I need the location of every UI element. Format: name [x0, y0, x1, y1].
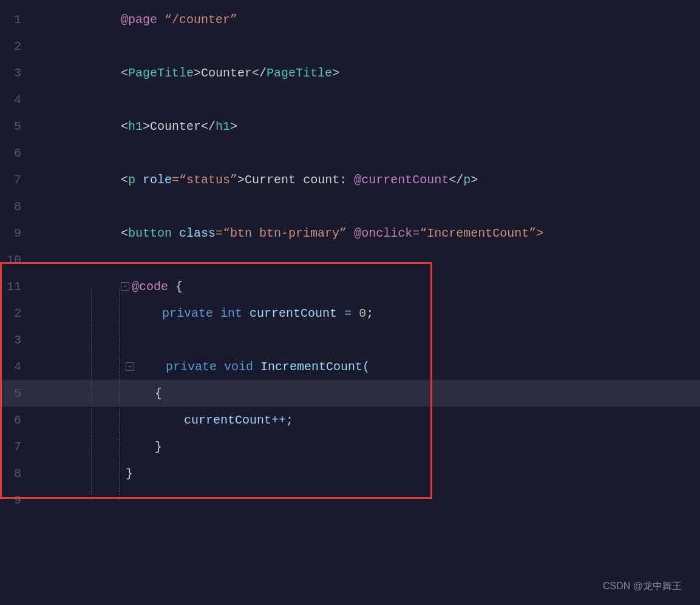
code-line-12: 2 private int currentCount = 0; — [0, 300, 700, 326]
at-code: @code — [132, 280, 168, 294]
line-num-4: 4 — [0, 93, 33, 107]
sp — [135, 173, 143, 187]
current-count-ref: @currentCount — [354, 173, 449, 187]
ws — [92, 280, 121, 294]
watermark: CSDN @龙中舞王 — [603, 580, 682, 593]
h1-close-b: > — [230, 120, 237, 134]
h1-text: >Counter</ — [143, 120, 216, 134]
fold-icon-14[interactable]: − — [126, 362, 134, 371]
private-kw: private — [162, 306, 213, 320]
code-brace: { — [168, 280, 183, 294]
sp — [213, 306, 220, 320]
line-num-15: 5 — [0, 387, 33, 401]
line-num-17: 7 — [0, 440, 33, 454]
fold-icon-11[interactable]: − — [121, 282, 129, 291]
ws: } — [97, 440, 162, 454]
page-path: “/counter” — [165, 13, 237, 27]
onclick-val: =“IncrementCount”> — [412, 226, 543, 240]
p-tag: p — [128, 173, 135, 187]
line-num-7: 7 — [0, 173, 33, 187]
at-page: @page — [121, 13, 157, 27]
private-kw2: private — [166, 360, 217, 374]
ws — [97, 360, 126, 374]
sp — [172, 226, 179, 240]
ws2 — [137, 360, 166, 374]
increment-stmt: currentCount++; — [184, 413, 293, 427]
line-num-10: 10 — [0, 253, 33, 267]
var-name: currentCount = — [242, 306, 359, 320]
line-num-1: 1 — [0, 13, 33, 27]
code-line-9: 9 <button class=“btn btn-primary” @oncli… — [0, 220, 700, 246]
ws: < — [92, 120, 128, 134]
code-line-18: 8 } — [0, 460, 700, 487]
tag-text: >Counter</ — [194, 66, 267, 80]
guide-v1 — [91, 289, 92, 501]
guide-v2 — [119, 289, 120, 501]
h1-open: h1 — [128, 120, 143, 134]
code-line-1: 1 @page “/counter” — [0, 6, 700, 33]
zero: 0 — [359, 306, 366, 320]
ws: < — [92, 173, 128, 187]
line-num-8: 8 — [0, 200, 33, 214]
code-content: 1 @page “/counter” 2 3 <PageTitle>Counte… — [0, 0, 700, 519]
ws — [92, 13, 121, 27]
btn-tag: button — [128, 226, 172, 240]
onclick-attr: @onclick — [354, 226, 412, 240]
role-val: =“status” — [172, 173, 237, 187]
role-attr: role — [143, 173, 172, 187]
ws: { — [97, 387, 162, 401]
line-num-12: 2 — [0, 306, 33, 320]
ws: < — [92, 66, 128, 80]
sp — [157, 13, 165, 27]
tag-open: PageTitle — [128, 66, 194, 80]
p-close-b: > — [471, 173, 478, 187]
code-line-7: 7 <p role=“status”>Current count: @curre… — [0, 166, 700, 193]
tag-close: PageTitle — [267, 66, 332, 80]
line-num-2: 2 — [0, 39, 33, 53]
h1-close: h1 — [216, 120, 230, 134]
line-num-18: 8 — [0, 467, 33, 481]
ws: } — [97, 467, 133, 481]
p-close: </ — [449, 173, 463, 187]
line-num-11: 11 — [0, 280, 33, 294]
line-num-13: 3 — [0, 333, 33, 347]
code-line-3: 3 <PageTitle>Counter</PageTitle> — [0, 59, 700, 86]
line-num-3: 3 — [0, 66, 33, 80]
line-num-14: 4 — [0, 360, 33, 374]
code-line-5: 5 <h1>Counter</h1> — [0, 113, 700, 140]
ws — [97, 413, 184, 427]
inc-method: IncrementCount( — [253, 360, 370, 374]
line-num-5: 5 — [0, 120, 33, 134]
sp — [217, 360, 224, 374]
semi: ; — [366, 306, 373, 320]
p-close-tag: p — [463, 173, 471, 187]
line-num-9: 9 — [0, 226, 33, 240]
int-kw: int — [220, 306, 242, 320]
void-kw: void — [224, 360, 253, 374]
class-attr: class — [179, 226, 216, 240]
class-val: =“btn btn-primary” — [216, 226, 354, 240]
line-num-19: 9 — [0, 493, 33, 507]
p-text: >Current count: — [237, 173, 354, 187]
ws: < — [92, 226, 128, 240]
code-line-19: 9 — [0, 487, 700, 513]
tag-close-bracket: > — [332, 66, 339, 80]
line-num-6: 6 — [0, 146, 33, 160]
line-num-16: 6 — [0, 413, 33, 427]
code-editor: 1 @page “/counter” 2 3 <PageTitle>Counte… — [0, 0, 700, 605]
ws — [97, 306, 162, 320]
